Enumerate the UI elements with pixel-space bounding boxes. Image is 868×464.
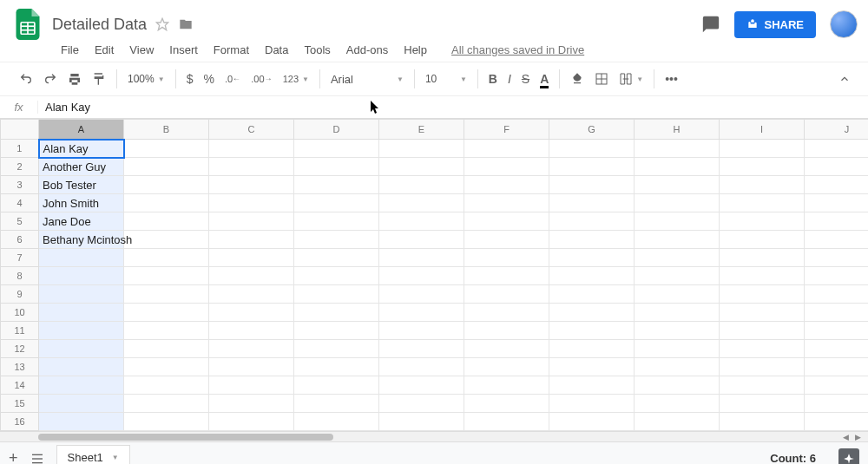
add-sheet-button[interactable]: + [9, 449, 18, 464]
row-header-8[interactable]: 8 [1, 267, 39, 285]
font-select[interactable]: Arial [331, 73, 383, 86]
cell-D10[interactable] [294, 304, 379, 322]
cell-B14[interactable] [124, 376, 209, 395]
cell-G13[interactable] [549, 358, 635, 376]
menu-tools[interactable]: Tools [304, 43, 330, 56]
cell-I6[interactable] [720, 231, 805, 249]
cell-G12[interactable] [549, 340, 635, 358]
column-header-E[interactable]: E [379, 120, 464, 140]
cell-H14[interactable] [635, 376, 720, 395]
cell-A12[interactable] [39, 340, 124, 358]
column-header-H[interactable]: H [635, 120, 720, 140]
cell-C6[interactable] [209, 231, 294, 249]
cell-I4[interactable] [720, 194, 805, 212]
cell-B12[interactable] [124, 340, 209, 358]
cell-I11[interactable] [720, 322, 805, 340]
cell-H10[interactable] [635, 304, 720, 322]
undo-icon[interactable] [19, 72, 33, 86]
column-header-B[interactable]: B [124, 120, 209, 140]
cell-E15[interactable] [379, 395, 464, 413]
borders-icon[interactable] [595, 72, 608, 86]
cell-F9[interactable] [464, 285, 549, 304]
cell-J6[interactable] [805, 231, 869, 249]
cell-D11[interactable] [294, 322, 379, 340]
comments-icon[interactable] [701, 15, 720, 34]
cell-J2[interactable] [805, 158, 869, 176]
cell-D4[interactable] [294, 194, 379, 212]
print-icon[interactable] [68, 72, 82, 86]
cell-C12[interactable] [209, 340, 294, 358]
cell-D14[interactable] [294, 376, 379, 395]
cell-H3[interactable] [635, 176, 720, 194]
scrollbar-thumb[interactable] [38, 434, 333, 441]
cell-F7[interactable] [464, 249, 549, 267]
row-header-2[interactable]: 2 [1, 158, 39, 176]
cell-H15[interactable] [635, 395, 720, 413]
menu-view[interactable]: View [129, 43, 154, 56]
cell-F16[interactable] [464, 413, 549, 431]
number-format[interactable]: 123▼ [283, 74, 309, 84]
cell-B5[interactable] [124, 212, 209, 231]
formula-input[interactable]: Alan Kay [38, 101, 868, 114]
cell-C13[interactable] [209, 358, 294, 376]
cell-F3[interactable] [464, 176, 549, 194]
cell-E4[interactable] [379, 194, 464, 212]
cell-B10[interactable] [124, 304, 209, 322]
more-toolbar[interactable]: ••• [665, 72, 678, 86]
sheets-logo-icon[interactable] [10, 7, 45, 42]
cell-A14[interactable] [39, 376, 124, 395]
bold-button[interactable]: B [489, 72, 497, 86]
cell-E8[interactable] [379, 267, 464, 285]
cell-E13[interactable] [379, 358, 464, 376]
cell-E11[interactable] [379, 322, 464, 340]
cell-I2[interactable] [720, 158, 805, 176]
cell-B16[interactable] [124, 413, 209, 431]
cell-B8[interactable] [124, 267, 209, 285]
italic-button[interactable]: I [508, 72, 511, 86]
cell-C10[interactable] [209, 304, 294, 322]
cell-G8[interactable] [549, 267, 635, 285]
cell-H5[interactable] [635, 212, 720, 231]
cell-H4[interactable] [635, 194, 720, 212]
strikethrough-button[interactable]: S [522, 72, 529, 86]
cell-A3[interactable]: Bob Tester [39, 176, 124, 194]
cell-I15[interactable] [720, 395, 805, 413]
format-currency[interactable]: $ [187, 72, 194, 86]
cell-D3[interactable] [294, 176, 379, 194]
cell-E9[interactable] [379, 285, 464, 304]
cell-C2[interactable] [209, 158, 294, 176]
cell-F11[interactable] [464, 322, 549, 340]
share-button[interactable]: SHARE [734, 11, 816, 38]
cell-G5[interactable] [549, 212, 635, 231]
cell-E14[interactable] [379, 376, 464, 395]
menu-data[interactable]: Data [265, 43, 288, 56]
cell-C5[interactable] [209, 212, 294, 231]
cell-H6[interactable] [635, 231, 720, 249]
cell-B2[interactable] [124, 158, 209, 176]
column-header-D[interactable]: D [294, 120, 379, 140]
cell-D7[interactable] [294, 249, 379, 267]
document-title[interactable]: Detailed Data [52, 16, 147, 34]
cell-C15[interactable] [209, 395, 294, 413]
cell-F6[interactable] [464, 231, 549, 249]
row-header-12[interactable]: 12 [1, 340, 39, 358]
menu-addons[interactable]: Add-ons [346, 43, 388, 56]
cell-D1[interactable] [294, 140, 379, 158]
all-sheets-icon[interactable] [30, 452, 44, 465]
cell-I1[interactable] [720, 140, 805, 158]
fill-color-icon[interactable] [570, 72, 584, 86]
cell-I5[interactable] [720, 212, 805, 231]
menu-format[interactable]: Format [214, 43, 249, 56]
cell-D16[interactable] [294, 413, 379, 431]
row-header-14[interactable]: 14 [1, 376, 39, 395]
cell-F8[interactable] [464, 267, 549, 285]
column-header-C[interactable]: C [209, 120, 294, 140]
row-header-7[interactable]: 7 [1, 249, 39, 267]
cell-A7[interactable] [39, 249, 124, 267]
cell-J9[interactable] [805, 285, 869, 304]
cell-H12[interactable] [635, 340, 720, 358]
cell-G9[interactable] [549, 285, 635, 304]
cell-I16[interactable] [720, 413, 805, 431]
cell-C14[interactable] [209, 376, 294, 395]
cell-J7[interactable] [805, 249, 869, 267]
